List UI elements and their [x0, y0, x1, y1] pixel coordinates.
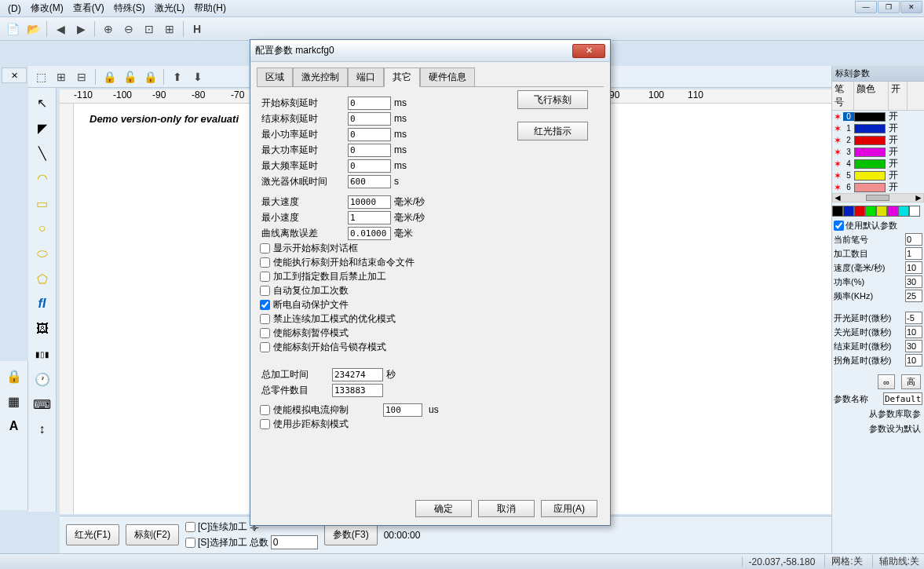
- line-tool[interactable]: ╲: [31, 141, 54, 165]
- pointer-tool[interactable]: ↖: [31, 91, 54, 115]
- pen-row[interactable]: ✶ 3 开: [832, 146, 924, 158]
- from-lib-link[interactable]: 从参数库取参: [832, 407, 924, 421]
- tab-laser-control[interactable]: 激光控制: [293, 67, 348, 87]
- nav-back-button[interactable]: ◀: [51, 20, 70, 38]
- sim-current-input[interactable]: [383, 403, 422, 417]
- window-close-button[interactable]: ✕: [900, 1, 922, 13]
- enable-step-mark-checkbox[interactable]: [260, 419, 270, 429]
- zoom-tool-1[interactable]: ⊕: [99, 20, 118, 38]
- count-input[interactable]: [905, 247, 922, 260]
- a-tool-icon[interactable]: A: [2, 414, 26, 438]
- tab-port[interactable]: 端口: [348, 67, 384, 87]
- mark-button[interactable]: 标刻(F2): [126, 524, 179, 545]
- no-opt-continuous-checkbox[interactable]: [260, 314, 270, 324]
- param-name-input[interactable]: [883, 392, 922, 405]
- tab-region[interactable]: 区域: [257, 67, 293, 87]
- pen-row[interactable]: ✶ 1 开: [832, 122, 924, 134]
- apply-button[interactable]: 应用(A): [541, 500, 597, 517]
- param-button[interactable]: 参数(F3): [324, 524, 378, 545]
- total-input[interactable]: [271, 535, 318, 549]
- text-tool[interactable]: fI: [31, 292, 54, 316]
- enable-sim-current-checkbox[interactable]: [260, 405, 270, 415]
- auto-reset-count-checkbox[interactable]: [260, 286, 270, 296]
- grid-view-icon[interactable]: ▦: [2, 389, 26, 413]
- freq-input[interactable]: [905, 290, 922, 302]
- pen-row[interactable]: ✶ 2 开: [832, 134, 924, 146]
- palette-swatch[interactable]: [843, 206, 854, 217]
- node-tool[interactable]: ◤: [31, 116, 54, 140]
- new-file-button[interactable]: 📄: [3, 20, 22, 38]
- select-checkbox[interactable]: [185, 538, 195, 548]
- palette-swatch[interactable]: [887, 206, 898, 217]
- show-start-dialog-checkbox[interactable]: [260, 243, 270, 253]
- pen-row[interactable]: ✶ 4 开: [832, 158, 924, 170]
- palette-swatch[interactable]: [898, 206, 909, 217]
- cancel-button[interactable]: 取消: [478, 500, 535, 517]
- circle-tool[interactable]: ○: [31, 217, 54, 240]
- select-add-button[interactable]: ⊞: [52, 67, 71, 86]
- palette-swatch[interactable]: [865, 206, 876, 217]
- min-power-delay-input[interactable]: [348, 128, 391, 141]
- palette-swatch[interactable]: [854, 206, 865, 217]
- enable-pause-mode-checkbox[interactable]: [260, 328, 270, 338]
- lock-view-icon[interactable]: 🔒: [2, 364, 26, 388]
- input-tool[interactable]: ⌨: [31, 392, 54, 416]
- max-power-delay-input[interactable]: [348, 144, 391, 157]
- window-minimize-button[interactable]: —: [855, 1, 877, 13]
- dialog-close-button[interactable]: ✕: [572, 44, 605, 58]
- window-maximize-button[interactable]: ❐: [878, 1, 900, 13]
- close-tab[interactable]: ✕: [2, 67, 27, 83]
- rect-tool[interactable]: ▭: [31, 191, 54, 215]
- layer-down-button[interactable]: ⬇: [188, 67, 207, 86]
- barcode-tool[interactable]: ▮▯▮: [31, 342, 54, 366]
- start-mark-delay-input[interactable]: [348, 97, 391, 110]
- power-input[interactable]: [905, 275, 922, 288]
- lock-2-button[interactable]: 🔒: [141, 67, 159, 86]
- zoom-tool-2[interactable]: ⊖: [119, 20, 138, 38]
- red-light-button[interactable]: 红光(F1): [66, 524, 119, 545]
- menu-modify[interactable]: 修改(M): [26, 0, 68, 16]
- palette-swatch[interactable]: [832, 206, 843, 217]
- select-sub-button[interactable]: ⊟: [72, 67, 91, 86]
- end-mark-delay-input[interactable]: [348, 112, 391, 126]
- speed-input[interactable]: [905, 261, 922, 274]
- unlock-button[interactable]: 🔓: [120, 67, 139, 86]
- power-off-protect-checkbox[interactable]: [260, 300, 270, 310]
- min-speed-input[interactable]: [348, 211, 391, 224]
- pen-row[interactable]: ✶ 6 开: [832, 181, 924, 193]
- corner-delay-input[interactable]: [905, 354, 922, 367]
- laser-sleep-input[interactable]: [348, 175, 391, 188]
- enable-exec-cmd-checkbox[interactable]: [260, 257, 270, 268]
- advanced-button[interactable]: 高: [901, 374, 921, 389]
- nav-fwd-button[interactable]: ▶: [71, 20, 90, 38]
- align-tool[interactable]: H: [188, 20, 206, 38]
- menu-view[interactable]: 查看(V): [68, 0, 109, 16]
- continuous-checkbox[interactable]: [185, 522, 195, 532]
- layer-up-button[interactable]: ⬆: [168, 67, 187, 86]
- red-light-indicate-button[interactable]: 红光指示: [517, 122, 588, 140]
- pen-row[interactable]: ✶ 0 开: [832, 111, 924, 122]
- menu-d[interactable]: (D): [3, 2, 26, 16]
- pen-row[interactable]: ✶ 5 开: [832, 170, 924, 181]
- tab-hardware-info[interactable]: 硬件信息: [420, 67, 475, 87]
- lock-button[interactable]: 🔒: [100, 67, 119, 86]
- zoom-tool-3[interactable]: ⊡: [140, 20, 159, 38]
- wobble-button[interactable]: ∞: [878, 374, 895, 389]
- extend-tool[interactable]: ↕: [31, 418, 54, 441]
- off-delay-input[interactable]: [905, 326, 922, 338]
- tab-other[interactable]: 其它: [384, 67, 420, 87]
- end-delay-input[interactable]: [905, 340, 922, 352]
- fly-mark-button[interactable]: 飞行标刻: [517, 90, 588, 109]
- max-freq-delay-input[interactable]: [348, 159, 391, 173]
- select-all-button[interactable]: ⬚: [31, 67, 50, 86]
- open-file-button[interactable]: 📂: [24, 20, 42, 38]
- curve-tool[interactable]: ◠: [31, 166, 54, 190]
- image-tool[interactable]: 🖼: [31, 317, 54, 341]
- pen-scrollbar[interactable]: ◄►: [832, 193, 924, 202]
- enable-latch-mode-checkbox[interactable]: [260, 342, 270, 352]
- palette-swatch[interactable]: [909, 206, 920, 217]
- polygon-tool[interactable]: ⬠: [31, 267, 54, 290]
- max-speed-input[interactable]: [348, 195, 391, 209]
- set-default-link[interactable]: 参数设为默认: [832, 421, 924, 436]
- stop-after-count-checkbox[interactable]: [260, 272, 270, 282]
